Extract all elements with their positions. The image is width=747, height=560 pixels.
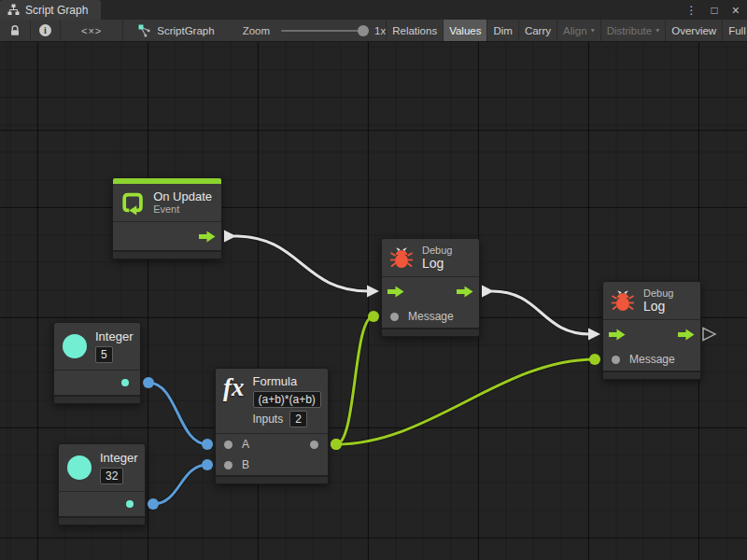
port-label: A (242, 438, 249, 451)
bug-icon (389, 245, 414, 270)
tab-title: Script Graph (25, 4, 88, 17)
zoom-slider[interactable] (281, 30, 365, 32)
message-input-port[interactable] (390, 313, 399, 321)
flow-input-port[interactable] (609, 329, 626, 341)
code-view-button[interactable]: <×> (61, 20, 123, 41)
distribute-button[interactable]: Distribute ▾ (600, 20, 666, 41)
inspect-button[interactable]: i (31, 20, 61, 41)
graph-name-label: ScriptGraph (157, 25, 214, 36)
message-input-port[interactable] (612, 356, 620, 364)
values-button[interactable]: Values (443, 20, 486, 41)
bug-icon (611, 288, 635, 313)
inputs-count-field[interactable]: 2 (289, 411, 307, 427)
node-footer (382, 328, 479, 336)
node-integer-32[interactable]: Integer 32 (58, 443, 146, 525)
integer-output-port[interactable] (121, 379, 129, 386)
info-icon: i (39, 24, 51, 36)
input-port-a[interactable] (224, 441, 233, 449)
result-output-port[interactable] (310, 441, 318, 449)
integer-type-icon (67, 455, 92, 480)
flow-output-port[interactable] (457, 286, 473, 298)
integer-value-field[interactable]: 5 (95, 346, 113, 363)
fullscreen-button[interactable]: Full Screen (722, 20, 747, 41)
node-footer (59, 516, 145, 525)
relations-button[interactable]: Relations (386, 20, 443, 41)
zoom-control: Zoom 1x (243, 20, 387, 41)
graph-breadcrumb[interactable]: ScriptGraph (138, 20, 214, 41)
window-controls: ⋮ □ × (686, 0, 740, 20)
overview-button[interactable]: Overview (665, 20, 722, 41)
integer-type-icon (63, 334, 87, 358)
lock-icon (8, 24, 21, 37)
flow-output-port[interactable] (199, 231, 216, 243)
node-footer (54, 395, 140, 403)
dim-button[interactable]: Dim (486, 20, 517, 41)
graph-tab-icon (7, 4, 20, 16)
node-title: Formula (253, 374, 321, 388)
flow-output-port[interactable] (678, 329, 695, 341)
input-port-b[interactable] (224, 461, 233, 469)
node-formula[interactable]: fx Formula (a+b)*(a+b) Inputs 2 A B (215, 368, 329, 484)
node-title: Integer (100, 451, 137, 465)
node-debug-log-1[interactable]: Debug Log Message (381, 238, 480, 337)
align-button[interactable]: Align ▾ (557, 20, 600, 41)
chevron-down-icon: ▾ (655, 27, 659, 35)
graph-canvas[interactable]: On Update Event (0, 42, 747, 560)
node-integer-5[interactable]: Integer 5 (53, 322, 141, 404)
node-on-update-event[interactable]: On Update Event (112, 177, 222, 259)
flow-input-port[interactable] (388, 286, 404, 298)
node-title: Log (643, 300, 673, 314)
zoom-slider-handle[interactable] (358, 25, 369, 36)
node-footer (216, 475, 328, 483)
formula-expression-field[interactable]: (a+b)*(a+b) (253, 391, 321, 408)
code-icon: <×> (81, 25, 102, 36)
integer-value-field[interactable]: 32 (100, 468, 123, 484)
carry-button[interactable]: Carry (518, 20, 557, 41)
node-footer (603, 371, 700, 379)
tab-strip: Script Graph ⋮ □ × (0, 0, 747, 20)
inputs-label: Inputs (253, 413, 284, 426)
loop-event-icon (120, 189, 145, 216)
zoom-value: 1x (374, 25, 386, 36)
graph-toolbar: i <×> ScriptGraph Zoom 1x Relations V (0, 20, 747, 42)
port-label: B (242, 458, 249, 471)
formula-fx-icon: fx (223, 374, 245, 400)
node-subtitle: Event (153, 203, 212, 216)
lock-button[interactable] (0, 20, 31, 41)
script-graph-icon (138, 24, 151, 37)
window-menu-icon[interactable]: ⋮ (686, 5, 698, 16)
node-footer (113, 250, 221, 259)
close-icon[interactable]: × (732, 4, 740, 17)
port-label: Message (408, 310, 454, 323)
node-title: Log (422, 257, 452, 271)
port-label: Message (629, 353, 675, 366)
integer-output-port[interactable] (126, 500, 134, 508)
node-title: Integer (95, 329, 133, 343)
node-debug-log-2[interactable]: Debug Log Message (602, 281, 701, 380)
chevron-down-icon: ▾ (591, 27, 595, 35)
script-graph-window: Script Graph ⋮ □ × i <×> (0, 0, 747, 560)
node-title: On Update (153, 189, 212, 203)
maximize-icon[interactable]: □ (712, 5, 718, 16)
tab-script-graph[interactable]: Script Graph (0, 0, 101, 20)
zoom-label: Zoom (243, 25, 270, 36)
